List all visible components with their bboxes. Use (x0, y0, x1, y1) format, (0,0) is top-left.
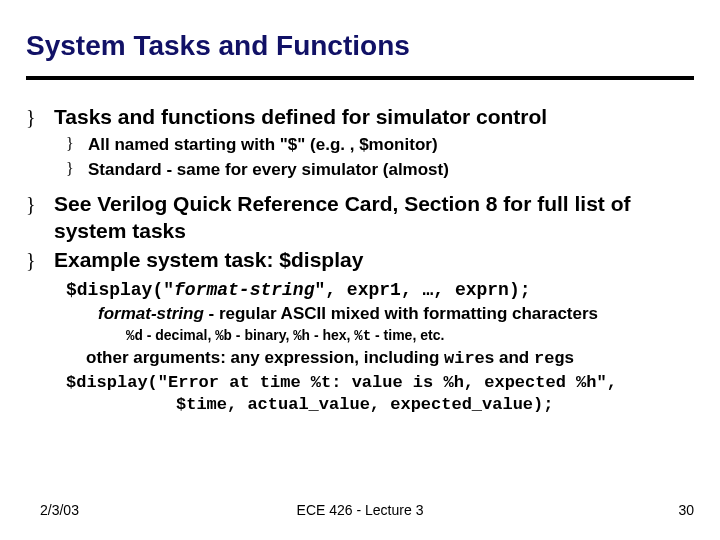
bullet-icon: } (26, 104, 54, 130)
pct-h: %h (293, 328, 310, 344)
format-examples: %d - decimal, %b - binary, %h - hex, %t … (126, 327, 694, 344)
sig-post: ", expr1, …, exprn); (314, 280, 530, 300)
title-rule (26, 76, 694, 80)
bullet-1a: } All named starting with "$" (e.g. , $m… (66, 134, 694, 156)
other-mid: s and (485, 348, 534, 367)
display-example: $display("Error at time %t: value is %h,… (66, 372, 694, 416)
bullet-3-text: Example system task: $display (54, 247, 363, 274)
sig-italic: format-string (174, 280, 314, 300)
bullet-icon: } (66, 159, 88, 180)
bullet-1: } Tasks and functions defined for simula… (26, 104, 694, 131)
fmt-italic: format-string (98, 304, 204, 323)
other-pre: other arguments: any expression, includi… (86, 348, 444, 367)
pct-h-txt: - hex, (310, 327, 354, 343)
slide-title: System Tasks and Functions (26, 30, 694, 62)
pct-d-txt: - decimal, (143, 327, 215, 343)
footer-date: 2/3/03 (40, 502, 79, 518)
bullet-2: } See Verilog Quick Reference Card, Sect… (26, 191, 694, 245)
pct-t: %t (354, 328, 371, 344)
slide-footer: 2/3/03 ECE 426 - Lecture 3 30 (0, 502, 720, 518)
bullet-1-text: Tasks and functions defined for simulato… (54, 104, 547, 131)
bullet-1b: } Standard - same for every simulator (a… (66, 159, 694, 181)
slide-body: } Tasks and functions defined for simula… (26, 104, 694, 416)
bullet-icon: } (26, 247, 54, 273)
bullet-icon: } (26, 191, 54, 217)
format-string-note: format-string - regular ASCII mixed with… (98, 304, 694, 324)
other-args-note: other arguments: any expression, includi… (86, 348, 694, 368)
pct-b: %b (215, 328, 232, 344)
wire-mono: wire (444, 349, 485, 368)
fmt-rest: - regular ASCII mixed with formatting ch… (204, 304, 598, 323)
bullet-icon: } (66, 134, 88, 155)
display-signature: $display("format-string", expr1, …, expr… (66, 280, 694, 300)
pct-b-txt: - binary, (232, 327, 293, 343)
bullet-1a-text: All named starting with "$" (e.g. , $mon… (88, 134, 438, 156)
example-line-2: $time, actual_value, expected_value); (176, 394, 694, 416)
bullet-1b-text: Standard - same for every simulator (alm… (88, 159, 449, 181)
reg-mono: reg (534, 349, 565, 368)
pct-t-txt: - time, etc. (371, 327, 444, 343)
footer-center: ECE 426 - Lecture 3 (297, 502, 424, 518)
bullet-3: } Example system task: $display (26, 247, 694, 274)
other-post: s (565, 348, 574, 367)
pct-d: %d (126, 328, 143, 344)
bullet-2-text: See Verilog Quick Reference Card, Sectio… (54, 191, 694, 245)
sig-pre: $display(" (66, 280, 174, 300)
footer-page: 30 (678, 502, 694, 518)
example-line-1: $display("Error at time %t: value is %h,… (66, 372, 694, 394)
